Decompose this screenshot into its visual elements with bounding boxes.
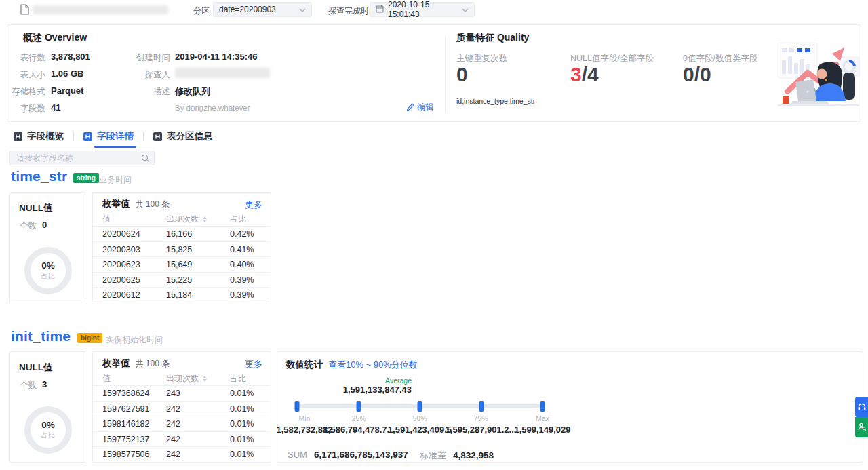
sort-icon[interactable] xyxy=(203,376,207,382)
null-ratio-donut: 0% 占比 xyxy=(24,247,72,294)
enum-rows: 2020062416,1660.42% 2020030315,8250.41% … xyxy=(93,227,271,303)
analyst-illustration xyxy=(772,35,863,117)
cell-count: 242 xyxy=(166,404,180,414)
overview-value: 修改队列 xyxy=(175,85,210,98)
cell-count: 15,825 xyxy=(166,245,192,254)
col-value: 值 xyxy=(102,214,111,225)
enum-more-link[interactable]: 更多 xyxy=(245,358,262,370)
std-value: 4,832,958 xyxy=(453,450,494,461)
col-value: 值 xyxy=(102,373,111,385)
cell-pct: 0.01% xyxy=(230,404,254,414)
edit-label: 编辑 xyxy=(417,102,434,113)
field-description: 实例初始化时间 xyxy=(106,334,163,346)
tab-label: 表分区信息 xyxy=(167,130,213,142)
cell-count: 243 xyxy=(166,389,180,398)
search-input[interactable] xyxy=(9,151,155,165)
enum-title: 枚举值 xyxy=(102,357,130,370)
pencil-icon xyxy=(406,102,414,113)
sum-stat: SUM 6,171,686,785,143,937 xyxy=(288,450,408,460)
partition-info-icon xyxy=(153,132,162,141)
sort-icon[interactable] xyxy=(203,216,207,222)
enum-header: 枚举值 共 100 条 xyxy=(102,198,170,210)
chevron-down-icon xyxy=(299,5,306,14)
probe-time-select[interactable]: 2020-10-15 15:01:43 xyxy=(370,2,475,17)
sum-label: SUM xyxy=(288,450,307,460)
quantile-handle-min[interactable] xyxy=(295,401,300,412)
overview-label: 探查人 xyxy=(123,69,170,81)
quantile-handle-25[interactable] xyxy=(356,401,361,412)
field-details-icon xyxy=(83,132,92,141)
calendar-icon xyxy=(376,5,384,15)
overview-value: 1.06 GB xyxy=(51,68,83,79)
enum-header: 枚举值 共 100 条 xyxy=(102,357,170,370)
partition-select[interactable]: date=20200903 xyxy=(213,2,312,17)
topbar: 分区 date=20200903 探查完成时间 2020-10-15 15:01… xyxy=(0,0,868,19)
cell-count: 15,184 xyxy=(166,290,192,300)
quality-stat-value: 3/4 xyxy=(570,63,599,86)
overview-label: 表行数 xyxy=(10,52,45,64)
tab-label: 字段详情 xyxy=(97,130,134,142)
enum-card-time-str: 枚举值 共 100 条 更多 值 出现次数 占比 2020062416,1660… xyxy=(92,192,271,302)
null-fields-note: id,instance_type,time_str xyxy=(456,97,535,105)
numeric-stats-card: 数值统计 查看10% ~ 90%分位数 Average 1,591,133,84… xyxy=(277,351,863,463)
overview-label: 表大小 xyxy=(10,69,45,81)
enum-card-init-time: 枚举值 共 100 条 更多 值 出现次数 占比 15973686242430.… xyxy=(92,351,271,463)
quantile-handle-75[interactable] xyxy=(479,401,484,412)
field-overview-icon xyxy=(14,132,22,141)
search-icon[interactable] xyxy=(141,153,150,165)
overview-value: 2019-04-11 14:35:46 xyxy=(175,52,257,62)
cell-value: 20200612 xyxy=(102,290,140,300)
headset-icon xyxy=(858,401,866,413)
tab-partition-info[interactable]: 表分区信息 xyxy=(153,130,213,142)
find-expert-button[interactable] xyxy=(855,417,868,437)
tab-divider xyxy=(143,132,144,141)
field-name-init-time: init_time xyxy=(11,328,71,345)
partition-select-value: date=20200903 xyxy=(219,5,295,14)
quantile-handle-max[interactable] xyxy=(540,401,545,412)
support-button[interactable] xyxy=(855,397,868,417)
enum-title: 枚举值 xyxy=(102,198,130,210)
cell-pct: 0.01% xyxy=(230,419,254,429)
overview-title: 概述 Overview xyxy=(23,32,87,44)
cell-value: 20200623 xyxy=(102,260,140,269)
field-type-badge: bigint xyxy=(77,333,102,343)
cell-pct: 0.01% xyxy=(230,435,254,444)
quantile-handle-50[interactable] xyxy=(418,401,422,412)
cell-count: 242 xyxy=(166,419,180,429)
cell-count: 15,649 xyxy=(166,260,192,269)
col-count: 出现次数 xyxy=(166,214,199,225)
cell-pct: 0.41% xyxy=(230,245,254,254)
quality-stat-value: 0 xyxy=(456,63,468,86)
description-byline: By dongzhe.whatever xyxy=(175,104,250,112)
table-row: 2020062515,2250.39% xyxy=(93,273,271,288)
null-card-init-time: NULL值 个数 3 0% 占比 xyxy=(9,351,85,463)
overview-value: Parquet xyxy=(51,85,83,96)
sum-value: 6,171,686,785,143,937 xyxy=(314,450,408,460)
null-count-value: 3 xyxy=(42,379,47,389)
stat-point-max: Max 1,599,149,029 xyxy=(495,414,590,435)
overview-value: 41 xyxy=(51,102,60,113)
stats-title: 数值统计 xyxy=(286,359,323,371)
null-count-label: 个数 xyxy=(20,380,37,391)
field-search xyxy=(9,151,155,165)
tab-field-overview[interactable]: 字段概览 xyxy=(14,130,64,142)
floating-action-buttons xyxy=(855,397,868,437)
null-ratio-label: 占比 xyxy=(41,431,55,440)
cell-pct: 0.01% xyxy=(230,450,254,459)
null-card-title: NULL值 xyxy=(19,361,53,374)
null-ratio-pct: 0% xyxy=(41,420,55,430)
table-row: 2020061215,1840.39% xyxy=(93,288,271,303)
quantile-link[interactable]: 查看10% ~ 90%分位数 xyxy=(328,359,418,371)
table-row: 15977521372420.01% xyxy=(93,432,271,448)
prober-redacted xyxy=(175,68,270,78)
tab-field-details[interactable]: 字段详情 xyxy=(83,130,134,142)
table-row: 15973686242430.01% xyxy=(93,386,271,402)
section-divider xyxy=(445,36,446,113)
enum-more-link[interactable]: 更多 xyxy=(245,199,262,211)
edit-button[interactable]: 编辑 xyxy=(406,102,434,113)
table-name-redacted xyxy=(33,5,168,14)
std-label: 标准差 xyxy=(420,450,446,462)
person-search-icon xyxy=(858,421,866,433)
null-count-label: 个数 xyxy=(20,220,37,232)
cell-value: 20200624 xyxy=(102,229,140,239)
